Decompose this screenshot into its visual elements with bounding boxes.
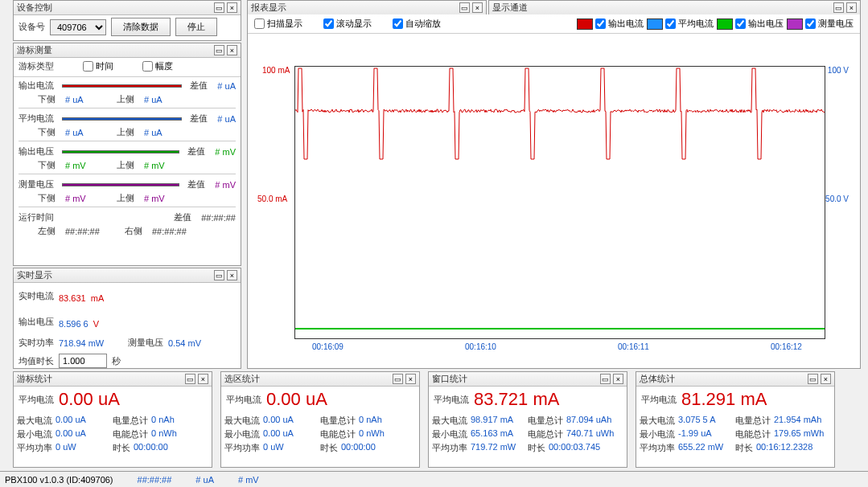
panel-title-channels: 显示通道 bbox=[492, 2, 528, 14]
panel-title-stat-1: 选区统计 bbox=[224, 373, 260, 385]
close-icon[interactable]: × bbox=[405, 374, 416, 384]
stat-avg-current-0: 0.00 uA bbox=[59, 389, 120, 410]
rt-mv-label: 测量电压 bbox=[128, 337, 163, 349]
status-time: ##:##:## bbox=[138, 475, 172, 485]
runtime-label: 运行时间 bbox=[19, 211, 67, 223]
stop-button[interactable]: 停止 bbox=[175, 18, 217, 36]
auto-checkbox[interactable]: 自动缩放 bbox=[393, 18, 441, 30]
restore-icon[interactable]: ▭ bbox=[214, 45, 224, 55]
y1-top: 100 mA bbox=[262, 66, 290, 75]
scroll-checkbox[interactable]: 滚动显示 bbox=[323, 18, 372, 30]
restore-icon[interactable]: ▭ bbox=[833, 2, 844, 13]
chart-plot[interactable] bbox=[294, 66, 825, 339]
legend-输出电流[interactable]: 输出电流 bbox=[577, 18, 644, 30]
restore-icon[interactable]: ▭ bbox=[600, 374, 611, 384]
close-icon[interactable]: × bbox=[227, 45, 237, 55]
rt-voltage-value: 8.596 6 V bbox=[59, 311, 99, 332]
panel-title-chart: 报表显示 bbox=[251, 2, 286, 14]
amp-checkbox[interactable]: 幅度 bbox=[142, 60, 173, 72]
close-icon[interactable]: × bbox=[227, 2, 237, 13]
stat-avg-current-1: 0.00 uA bbox=[266, 389, 327, 410]
rt-voltage-label: 输出电压 bbox=[19, 316, 54, 328]
rt-power-value: 718.94 mW bbox=[59, 338, 123, 348]
close-icon[interactable]: × bbox=[198, 374, 208, 384]
legend-平均电流[interactable]: 平均电流 bbox=[647, 18, 714, 30]
close-icon[interactable]: × bbox=[472, 2, 483, 13]
version-label: PBX100 v1.0.3 (ID:409706) bbox=[5, 475, 113, 485]
rt-current-label: 实时电流 bbox=[19, 290, 54, 302]
status-ua: # uA bbox=[195, 475, 214, 485]
y2-top: 100 V bbox=[828, 66, 849, 75]
status-bar: PBX100 v1.0.3 (ID:409706) ##:##:## # uA … bbox=[0, 471, 868, 487]
panel-title-stat-3: 总体统计 bbox=[640, 373, 675, 385]
legend-测量电压[interactable]: 测量电压 bbox=[787, 18, 854, 30]
restore-icon[interactable]: ▭ bbox=[808, 374, 818, 384]
close-icon[interactable]: × bbox=[227, 270, 237, 280]
restore-icon[interactable]: ▭ bbox=[214, 270, 224, 280]
close-icon[interactable]: × bbox=[821, 374, 831, 384]
panel-title-realtime: 实时显示 bbox=[17, 269, 52, 281]
panel-title-stat-0: 游标统计 bbox=[17, 373, 52, 385]
device-id-select[interactable]: 409706 bbox=[50, 19, 106, 35]
y1-mid: 50.0 mA bbox=[257, 194, 287, 203]
close-icon[interactable]: × bbox=[846, 2, 857, 13]
stat-avg-current-3: 81.291 mA bbox=[681, 389, 767, 410]
close-icon[interactable]: × bbox=[613, 374, 623, 384]
status-mv: # mV bbox=[238, 475, 259, 485]
legend-输出电压[interactable]: 输出电压 bbox=[717, 18, 784, 30]
rt-current-value: 83.631 mA bbox=[59, 285, 104, 306]
device-id-label: 设备号 bbox=[19, 21, 45, 33]
restore-icon[interactable]: ▭ bbox=[214, 2, 224, 13]
restore-icon[interactable]: ▭ bbox=[459, 2, 470, 13]
time-checkbox[interactable]: 时间 bbox=[83, 60, 113, 72]
panel-title-stat-2: 窗口统计 bbox=[432, 373, 467, 385]
cursor-type-label: 游标类型 bbox=[19, 60, 54, 72]
avg-duration-input[interactable] bbox=[59, 354, 107, 368]
restore-icon[interactable]: ▭ bbox=[393, 374, 403, 384]
scan-checkbox[interactable]: 扫描显示 bbox=[254, 18, 302, 30]
panel-title-device: 设备控制 bbox=[17, 2, 52, 14]
avg-duration-label: 均值时长 bbox=[19, 355, 54, 367]
rt-mv-value: 0.54 mV bbox=[168, 338, 201, 348]
restore-icon[interactable]: ▭ bbox=[185, 374, 195, 384]
y2-mid: 50.0 V bbox=[825, 194, 849, 203]
clear-data-button[interactable]: 清除数据 bbox=[111, 18, 171, 36]
rt-power-label: 实时功率 bbox=[19, 337, 54, 349]
panel-title-cursor: 游标测量 bbox=[17, 44, 52, 56]
stat-avg-current-2: 83.721 mA bbox=[474, 389, 559, 410]
